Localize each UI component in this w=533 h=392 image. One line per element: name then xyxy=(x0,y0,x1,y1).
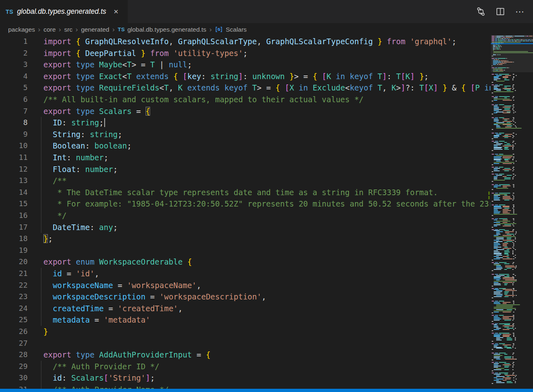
code-line-10[interactable]: 10 Boolean: boolean; xyxy=(0,140,490,152)
typescript-file-icon: TS xyxy=(6,9,13,15)
code-line-4[interactable]: 4export type Exact<T extends { [key: str… xyxy=(0,71,490,82)
line-number[interactable]: 31 xyxy=(0,384,28,389)
line-number[interactable]: 13 xyxy=(0,175,28,187)
breadcrumb-item-packages[interactable]: packages xyxy=(8,26,35,33)
minimap[interactable] xyxy=(491,35,533,389)
code-line-14[interactable]: 14 * The DateTime scalar type represents… xyxy=(0,187,490,198)
split-editor-icon[interactable] xyxy=(493,5,507,19)
line-number[interactable]: 4 xyxy=(0,71,28,82)
code-line-20[interactable]: 20export enum WorkspaceOrderable { xyxy=(0,256,490,268)
code-line-13[interactable]: 13 /** xyxy=(0,175,490,187)
line-number[interactable]: 14 xyxy=(0,187,28,198)
code-line-6[interactable]: 6/** All built-in and custom scalars, ma… xyxy=(0,94,490,106)
indent-guide xyxy=(41,117,41,233)
status-bar[interactable] xyxy=(0,389,533,392)
code-line-18[interactable]: 18}; xyxy=(0,233,490,245)
line-number[interactable]: 9 xyxy=(0,129,28,140)
more-actions-icon[interactable]: ⋯ xyxy=(513,5,527,19)
code-line-11[interactable]: 11 Int: number; xyxy=(0,152,490,164)
code-line-17[interactable]: 17 DateTime: any; xyxy=(0,222,490,233)
code-text: /** All built-in and custom scalars, map… xyxy=(43,94,363,106)
line-number[interactable]: 17 xyxy=(0,222,28,233)
breadcrumb-label: Scalars xyxy=(226,26,247,33)
breadcrumb-item-generated[interactable]: generated xyxy=(81,26,110,33)
code-line-25[interactable]: 25 metadata = 'metadata' xyxy=(0,314,490,326)
line-number[interactable]: 8 xyxy=(0,117,28,129)
breadcrumb-label: packages xyxy=(8,26,35,33)
line-number[interactable]: 2 xyxy=(0,47,28,59)
code-line-7[interactable]: 7export type Scalars = { xyxy=(0,106,490,117)
line-number[interactable]: 30 xyxy=(0,372,28,384)
code-text: export type RequireFields<T, K extends k… xyxy=(43,82,490,94)
breadcrumb-separator: › xyxy=(75,26,78,34)
breadcrumb-item-scalars[interactable]: Scalars xyxy=(215,26,247,33)
code-line-16[interactable]: 16 */ xyxy=(0,210,490,222)
code-line-26[interactable]: 26} xyxy=(0,326,490,338)
code-line-3[interactable]: 3export type Maybe<T> = T | null; xyxy=(0,59,490,71)
code-line-30[interactable]: 30 id: Scalars['String']; xyxy=(0,372,490,384)
code-line-29[interactable]: 29 /** Auth Provider ID */ xyxy=(0,361,490,373)
text-cursor xyxy=(104,118,105,127)
compare-changes-icon[interactable] xyxy=(474,5,488,19)
code-line-27[interactable]: 27 xyxy=(0,338,490,349)
code-line-28[interactable]: 28export type AddAuthProviderInput = { xyxy=(0,349,490,361)
line-number[interactable]: 21 xyxy=(0,268,28,280)
line-number[interactable]: 3 xyxy=(0,59,28,71)
code-line-31[interactable]: 31 /** Auth Provider Name */ xyxy=(0,384,490,389)
breadcrumb-separator: › xyxy=(112,26,115,34)
line-number[interactable]: 10 xyxy=(0,140,28,152)
line-number[interactable]: 20 xyxy=(0,256,28,268)
typescript-file-icon: TS xyxy=(118,26,125,32)
line-number[interactable]: 22 xyxy=(0,280,28,291)
line-number[interactable]: 25 xyxy=(0,314,28,326)
line-number[interactable]: 27 xyxy=(0,338,28,349)
code-text: export type Scalars = { xyxy=(43,106,150,117)
line-number[interactable]: 26 xyxy=(0,326,28,338)
tab-global-db-types[interactable]: TS global.db.types.generated.ts ✕ xyxy=(0,0,128,23)
line-number[interactable]: 5 xyxy=(0,82,28,94)
minimap-git-decoration xyxy=(488,192,490,195)
breadcrumb-item-global-db-types-generated-ts[interactable]: TSglobal.db.types.generated.ts xyxy=(118,26,206,33)
line-number[interactable]: 28 xyxy=(0,349,28,361)
breadcrumb-label: generated xyxy=(81,26,110,33)
line-number[interactable]: 23 xyxy=(0,291,28,303)
tab-title: global.db.types.generated.ts xyxy=(17,7,106,16)
code-line-12[interactable]: 12 Float: number; xyxy=(0,164,490,175)
code-text: } xyxy=(43,326,48,338)
line-number[interactable]: 29 xyxy=(0,361,28,373)
line-number[interactable]: 1 xyxy=(0,36,28,47)
breadcrumb-label: core xyxy=(43,26,56,33)
code-line-1[interactable]: 1import { GraphQLResolveInfo, GraphQLSca… xyxy=(0,36,490,47)
line-number[interactable]: 24 xyxy=(0,303,28,314)
close-tab-icon[interactable]: ✕ xyxy=(112,7,120,16)
code-line-15[interactable]: 15 * For example: "1985-04-12T23:20:50.5… xyxy=(0,198,490,210)
line-number[interactable]: 7 xyxy=(0,106,28,117)
code-text: /** xyxy=(43,175,67,187)
code-line-2[interactable]: 2import { DeepPartial } from 'utility-ty… xyxy=(0,47,490,59)
minimap-slider[interactable] xyxy=(491,35,533,72)
line-number[interactable]: 12 xyxy=(0,164,28,175)
code-text: id = 'id', xyxy=(43,268,99,280)
line-number[interactable]: 15 xyxy=(0,198,28,210)
breadcrumb-item-src[interactable]: src xyxy=(64,26,73,33)
line-number[interactable]: 18 xyxy=(0,233,28,245)
line-number[interactable]: 19 xyxy=(0,245,28,256)
code-line-21[interactable]: 21 id = 'id', xyxy=(0,268,490,280)
code-text: workspaceName = 'workspaceName', xyxy=(43,280,201,291)
code-line-23[interactable]: 23 workspaceDescription = 'workspaceDesc… xyxy=(0,291,490,303)
code-text: metadata = 'metadata' xyxy=(43,314,150,326)
code-editor[interactable]: 1import { GraphQLResolveInfo, GraphQLSca… xyxy=(0,36,490,389)
code-line-24[interactable]: 24 createdTime = 'createdTime', xyxy=(0,303,490,314)
code-line-9[interactable]: 9 String: string; xyxy=(0,129,490,140)
line-number[interactable]: 11 xyxy=(0,152,28,164)
code-text: /** Auth Provider Name */ xyxy=(43,384,169,389)
code-line-19[interactable]: 19 xyxy=(0,245,490,256)
code-line-22[interactable]: 22 workspaceName = 'workspaceName', xyxy=(0,280,490,291)
code-line-5[interactable]: 5export type RequireFields<T, K extends … xyxy=(0,82,490,94)
breadcrumb-separator: › xyxy=(38,26,41,34)
line-number[interactable]: 6 xyxy=(0,94,28,106)
code-line-8[interactable]: 8 ID: string; xyxy=(0,117,490,129)
code-text: export enum WorkspaceOrderable { xyxy=(43,256,192,268)
line-number[interactable]: 16 xyxy=(0,210,28,222)
breadcrumb-item-core[interactable]: core xyxy=(43,26,56,33)
